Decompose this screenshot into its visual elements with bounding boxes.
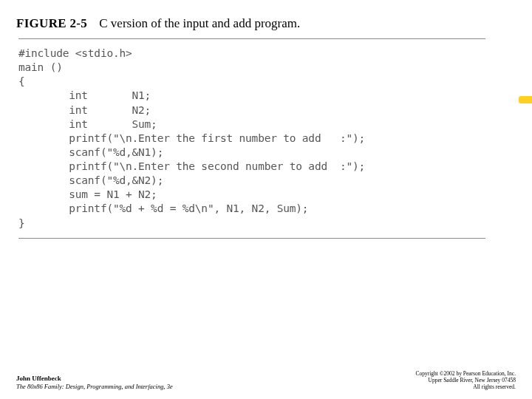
code-line: scanf("%d,&N1); <box>18 146 516 160</box>
footer-copyright: Copyright ©2002 by Pearson Education, In… <box>416 370 516 377</box>
page: FIGURE 2-5 C version of the input and ad… <box>0 0 532 399</box>
code-line: printf("\n.Enter the first number to add… <box>18 132 516 146</box>
code-line: int N1; <box>18 89 516 103</box>
figure-heading: FIGURE 2-5 C version of the input and ad… <box>16 16 516 31</box>
footer-right: Copyright ©2002 by Pearson Education, In… <box>416 370 516 390</box>
bottom-rule <box>18 238 485 239</box>
footer-rights: All rights reserved. <box>416 383 516 390</box>
code-line: sum = N1 + N2; <box>18 188 516 202</box>
figure-label: FIGURE 2-5 <box>16 16 87 30</box>
code-line: scanf("%d,&N2); <box>18 174 516 188</box>
footer: John Uffenbeck The 80x86 Family: Design,… <box>16 370 516 390</box>
code-line: #include <stdio.h> <box>18 47 516 61</box>
code-line: printf("%d + %d = %d\n", N1, N2, Sum); <box>18 202 516 216</box>
side-decoration <box>519 96 532 103</box>
code-line: main () <box>18 61 516 75</box>
footer-left: John Uffenbeck The 80x86 Family: Design,… <box>16 375 173 390</box>
footer-author: John Uffenbeck <box>16 375 173 383</box>
figure-caption: C version of the input and add program. <box>99 16 300 30</box>
code-line: int N2; <box>18 103 516 117</box>
footer-title: The 80x86 Family: Design, Programming, a… <box>16 383 173 390</box>
code-line: { <box>18 75 516 89</box>
code-line: printf("\n.Enter the second number to ad… <box>18 160 516 174</box>
code-line: int Sum; <box>18 117 516 132</box>
footer-address: Upper Saddle River, New Jersey 07458 <box>416 377 516 383</box>
code-block: #include <stdio.h> main () { int N1; int… <box>16 39 516 238</box>
code-line: } <box>18 216 516 231</box>
